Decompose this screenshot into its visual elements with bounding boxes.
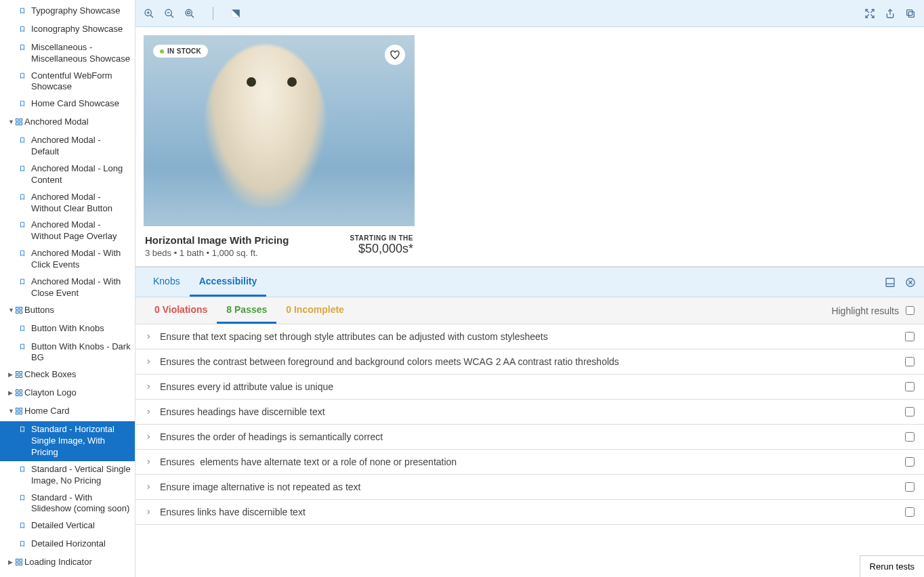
fullscreen-icon[interactable] xyxy=(864,8,875,19)
stock-badge: IN STOCK xyxy=(153,45,208,58)
svg-point-31 xyxy=(186,9,192,16)
sidebar-group[interactable]: ▼Home Card xyxy=(0,403,135,421)
chevron-right-icon: ▶ xyxy=(8,371,15,379)
bookmark-icon xyxy=(19,193,28,205)
rule-text: Ensures the order of headings is semanti… xyxy=(160,431,898,442)
sidebar-item-label: Contentful WebForm Showcase xyxy=(31,70,131,93)
sidebar-item-label: Typography Showcase xyxy=(31,5,131,17)
sidebar-group[interactable]: ▶Loading Indicator xyxy=(0,554,135,572)
svg-line-34 xyxy=(866,9,869,13)
sidebar-item[interactable]: Standard - Vertical Single Image, No Pri… xyxy=(0,461,135,490)
sidebar-group[interactable]: ▼Anchored Modal xyxy=(0,114,135,132)
favorite-button[interactable] xyxy=(385,45,405,65)
close-panel-icon[interactable] xyxy=(905,277,916,288)
bookmark-icon xyxy=(19,249,28,261)
svg-rect-10 xyxy=(16,375,19,378)
home-card: IN STOCK Horizontal Image With Pricing 3… xyxy=(144,35,415,258)
toolbar-divider xyxy=(213,7,213,20)
sidebar-group[interactable]: ▼Buttons xyxy=(0,302,135,320)
card-price: $50,000s* xyxy=(350,242,413,256)
sidebar-item[interactable]: Anchored Modal - Without Clear Button xyxy=(0,189,135,217)
rule-text: Ensures elements have alternate text or … xyxy=(160,456,898,467)
sidebar-item[interactable]: Anchored Modal - Without Page Overlay xyxy=(0,217,135,245)
sidebar-item-label: Anchored Modal - Without Page Overlay xyxy=(31,219,131,242)
sidebar-item[interactable]: Anchored Modal - Default xyxy=(0,132,135,161)
badge-text: IN STOCK xyxy=(167,47,201,55)
svg-rect-14 xyxy=(16,393,19,396)
svg-rect-15 xyxy=(20,393,22,396)
sidebar-item-label: Anchored Modal - With Close Event xyxy=(31,276,131,299)
rule-checkbox[interactable] xyxy=(905,332,915,341)
a11y-rule-row[interactable]: Ensures elements have alternate text or … xyxy=(135,450,924,475)
svg-line-32 xyxy=(191,15,194,18)
highlight-checkbox[interactable] xyxy=(906,306,915,315)
rule-checkbox[interactable] xyxy=(905,382,915,391)
zoom-in-icon[interactable] xyxy=(144,8,154,19)
bookmark-icon xyxy=(19,324,28,336)
a11y-rule-list[interactable]: Ensure that text spacing set through sty… xyxy=(135,324,924,577)
a11y-rule-row[interactable]: Ensure that text spacing set through sty… xyxy=(135,324,924,349)
bookmark-icon xyxy=(19,136,28,148)
a11y-rule-row[interactable]: Ensure image alternative is not repeated… xyxy=(135,475,924,500)
tab-accessibility[interactable]: Accessibility xyxy=(190,268,267,297)
sidebar-item[interactable]: Button With Knobs xyxy=(0,320,135,339)
copy-icon[interactable] xyxy=(905,8,916,19)
rule-text: Ensure that text spacing set through sty… xyxy=(160,331,898,342)
sidebar-item[interactable]: Typography Showcase xyxy=(0,3,135,21)
svg-line-29 xyxy=(171,15,173,18)
sidebar-item[interactable]: Detailed Horizontal xyxy=(0,536,135,554)
sidebar-item[interactable]: Home Card Showcase xyxy=(0,95,135,114)
svg-rect-7 xyxy=(20,311,22,314)
subtab-incomplete[interactable]: 0 Incomplete xyxy=(276,297,354,324)
chevron-right-icon xyxy=(145,382,153,392)
rule-checkbox[interactable] xyxy=(905,482,915,492)
zoom-out-icon[interactable] xyxy=(164,8,175,19)
sidebar-item-label: Home Card Showcase xyxy=(31,98,131,110)
open-external-icon[interactable] xyxy=(885,8,896,19)
sidebar-item[interactable]: Detailed Vertical xyxy=(0,517,135,536)
rule-checkbox[interactable] xyxy=(905,457,915,467)
grid-icon xyxy=(15,306,24,318)
rule-text: Ensure image alternative is not repeated… xyxy=(160,482,898,492)
sidebar-item-label: Anchored Modal - Default xyxy=(31,135,131,158)
a11y-rule-row[interactable]: Ensures the order of headings is semanti… xyxy=(135,425,924,450)
sidebar[interactable]: Typography ShowcaseIconography ShowcaseM… xyxy=(0,0,135,577)
subtab-violations[interactable]: 0 Violations xyxy=(145,297,217,324)
zoom-reset-icon[interactable] xyxy=(184,8,195,19)
grid-icon xyxy=(15,370,24,382)
a11y-rule-row[interactable]: Ensures the contrast between foreground … xyxy=(135,349,924,375)
svg-rect-21 xyxy=(20,559,22,562)
a11y-rule-row[interactable]: Ensures every id attribute value is uniq… xyxy=(135,375,924,400)
subtab-passes[interactable]: 8 Passes xyxy=(217,297,276,324)
sidebar-item[interactable]: Contentful WebForm Showcase xyxy=(0,68,135,96)
sidebar-group[interactable]: ▶Check Boxes xyxy=(0,366,135,385)
sidebar-item-label: Iconography Showcase xyxy=(31,24,131,35)
sidebar-item[interactable]: Iconography Showcase xyxy=(0,21,135,39)
panel-position-icon[interactable] xyxy=(885,277,896,288)
background-toggle-icon[interactable] xyxy=(231,9,240,18)
rule-checkbox[interactable] xyxy=(905,507,915,517)
addon-tabs: Knobs Accessibility xyxy=(135,268,924,297)
bookmark-icon xyxy=(19,43,28,55)
sidebar-item[interactable]: Button With Knobs - Dark BG xyxy=(0,339,135,367)
sidebar-item[interactable]: Standard - With Slideshow (coming soon) xyxy=(0,490,135,518)
sidebar-item-label: Miscellaneous - Miscellaneous Showcase xyxy=(31,42,131,65)
svg-rect-23 xyxy=(20,563,22,565)
svg-rect-0 xyxy=(16,119,19,122)
rule-checkbox[interactable] xyxy=(905,357,915,366)
rerun-button[interactable]: Rerun tests xyxy=(860,555,924,577)
sidebar-item[interactable]: Standard - Horizontal Single Image, With… xyxy=(0,421,135,461)
bookmark-icon xyxy=(19,494,28,505)
chevron-right-icon xyxy=(145,332,153,342)
sidebar-group[interactable]: ▶Clayton Logo xyxy=(0,385,135,403)
sidebar-item[interactable]: Anchored Modal - Long Content xyxy=(0,161,135,189)
svg-rect-19 xyxy=(20,412,22,414)
rule-checkbox[interactable] xyxy=(905,407,915,416)
rule-checkbox[interactable] xyxy=(905,432,915,442)
a11y-rule-row[interactable]: Ensures links have discernible text xyxy=(135,500,924,525)
sidebar-item[interactable]: Anchored Modal - With Click Events xyxy=(0,245,135,274)
sidebar-item[interactable]: Miscellaneous - Miscellaneous Showcase xyxy=(0,39,135,68)
a11y-rule-row[interactable]: Ensures headings have discernible text xyxy=(135,400,924,425)
sidebar-item[interactable]: Anchored Modal - With Close Event xyxy=(0,274,135,302)
tab-knobs[interactable]: Knobs xyxy=(144,268,190,297)
